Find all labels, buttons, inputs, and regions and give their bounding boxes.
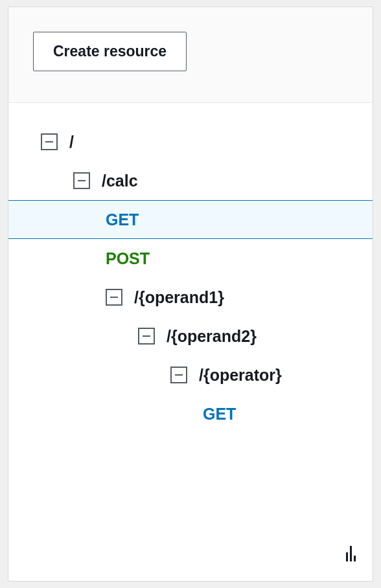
feedback-icon[interactable]	[346, 546, 356, 561]
tree-node-label: /	[69, 133, 74, 152]
tree-node-calc[interactable]: /calc	[8, 161, 373, 200]
create-resource-button[interactable]: Create resource	[33, 32, 187, 71]
tree-node-root[interactable]: /	[8, 122, 373, 161]
tree-method-operator-get[interactable]: GET	[8, 394, 373, 433]
resource-panel: Create resource / /calc GET POST /{opera…	[8, 6, 373, 582]
http-method-label: GET	[106, 210, 139, 229]
http-method-label: POST	[106, 249, 150, 268]
collapse-icon[interactable]	[170, 367, 187, 383]
collapse-icon[interactable]	[73, 172, 90, 189]
tree-node-label: /{operator}	[199, 366, 282, 385]
http-method-label: GET	[203, 405, 236, 424]
collapse-icon[interactable]	[138, 328, 155, 345]
panel-header: Create resource	[8, 7, 373, 103]
tree-node-label: /{operand1}	[134, 288, 224, 307]
tree-method-calc-get[interactable]: GET	[8, 200, 373, 239]
tree-node-label: /calc	[102, 172, 138, 190]
tree-node-operand2[interactable]: /{operand2}	[8, 317, 373, 356]
resource-tree: / /calc GET POST /{operand1} /{operand2}…	[8, 103, 373, 433]
collapse-icon[interactable]	[41, 133, 58, 150]
tree-node-label: /{operand2}	[167, 327, 257, 346]
collapse-icon[interactable]	[106, 289, 122, 306]
tree-method-calc-post[interactable]: POST	[8, 239, 373, 278]
tree-node-operator[interactable]: /{operator}	[8, 356, 373, 394]
tree-node-operand1[interactable]: /{operand1}	[8, 278, 373, 317]
